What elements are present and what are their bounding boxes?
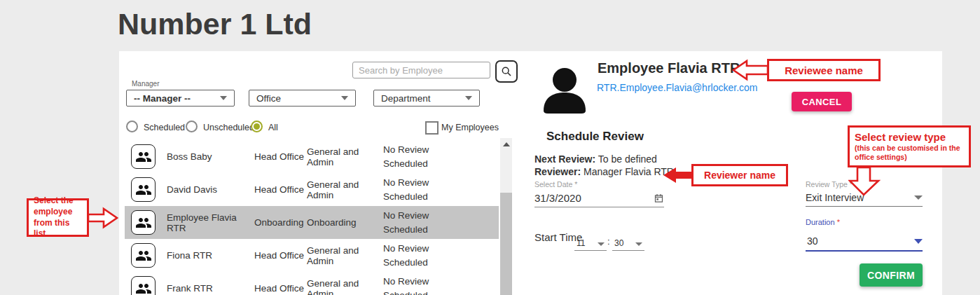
duration-label: Duration * <box>806 218 840 226</box>
select-date-field[interactable]: 31/3/2020 <box>534 189 664 207</box>
employee-icon-box <box>131 210 156 235</box>
radio-scheduled-label: Scheduled <box>144 123 185 132</box>
radio-all[interactable] <box>251 121 263 132</box>
select-date-label: Select Date * <box>534 180 577 188</box>
annotation-arrow-right-icon <box>88 207 118 229</box>
employee-row[interactable]: David Davis Head Office General and Admi… <box>125 173 499 207</box>
department-dropdown[interactable]: Department <box>373 90 480 107</box>
page: { "page": { "title": "Number 1 Ltd" }, "… <box>0 0 980 295</box>
review-type-label: Review Type * <box>806 180 853 188</box>
employee-row[interactable]: Frank RTR Head Office General and Admin … <box>125 272 499 295</box>
employee-icon-box <box>131 276 156 295</box>
schedule-review-title: Schedule Review <box>546 130 644 144</box>
manager-dropdown-value: -- Manager -- <box>134 93 191 104</box>
employee-office: Head Office <box>254 140 305 173</box>
office-dropdown[interactable]: Office <box>249 90 356 107</box>
group-icon <box>135 214 152 231</box>
employee-department: General and Admin <box>307 272 382 295</box>
main-panel: Manager -- Manager -- Office Department … <box>119 51 942 295</box>
reviewer-label: Reviewer: <box>534 166 581 177</box>
group-icon <box>135 181 152 198</box>
chevron-down-icon <box>914 239 923 244</box>
employee-department: General and Admin <box>307 173 382 206</box>
annotation-select-review-type: Select review type (this can be customis… <box>848 125 971 167</box>
start-hour-value: 11 <box>574 238 586 250</box>
reviewee-name-heading: Employee Flavia RTR <box>598 60 740 76</box>
start-minute-value: 30 <box>612 238 625 250</box>
search-button[interactable] <box>495 60 518 83</box>
group-icon <box>135 280 152 295</box>
employee-name: Frank RTR <box>167 272 252 295</box>
review-type-select[interactable]: Exit Interview <box>806 188 923 207</box>
employee-review-status: No Review Scheduled <box>383 272 448 295</box>
manager-dropdown[interactable]: -- Manager -- <box>126 90 235 107</box>
chevron-down-icon <box>465 96 472 100</box>
radio-scheduled[interactable] <box>126 121 138 132</box>
employee-review-status: No Review Scheduled <box>383 140 448 173</box>
confirm-button[interactable]: CONFIRM <box>860 263 923 287</box>
group-icon <box>135 247 152 264</box>
employee-icon-box <box>131 243 156 268</box>
employee-review-status: No Review Scheduled <box>383 239 448 272</box>
reviewer-value: Manager Flavia RTR <box>584 166 674 177</box>
group-icon <box>135 149 152 165</box>
employee-office: Onboarding <box>254 206 305 239</box>
office-dropdown-value: Office <box>256 93 281 104</box>
time-separator: : <box>607 236 610 247</box>
employee-office: Head Office <box>254 239 305 272</box>
duration-value: 30 <box>806 235 818 247</box>
annotation-title: Select review type <box>855 131 946 144</box>
chevron-down-icon <box>598 242 605 246</box>
annotation-reviewee-name: Reviewee name <box>767 59 881 81</box>
employee-name: Boss Baby <box>167 140 252 173</box>
next-review-line: Next Review: To be defined <box>534 153 657 165</box>
chevron-down-icon <box>635 242 642 246</box>
my-employees-checkbox[interactable] <box>425 121 439 135</box>
select-date-value: 31/3/2020 <box>534 192 581 204</box>
employee-name: David Davis <box>167 173 252 206</box>
scrollbar-up-button[interactable] <box>500 138 512 151</box>
radio-unscheduled-label: Unscheduled <box>203 123 254 132</box>
next-review-value: To be defined <box>598 153 657 165</box>
scrollbar-thumb[interactable] <box>500 193 512 295</box>
duration-select[interactable]: 30 <box>806 232 923 252</box>
chevron-down-icon <box>914 195 923 200</box>
reviewer-line: Reviewer: Manager Flavia RTR <box>534 166 674 177</box>
cancel-button[interactable]: CANCEL <box>792 92 852 111</box>
employee-row[interactable]: Fiona RTR Head Office General and Admin … <box>125 239 499 273</box>
required-asterisk: * <box>837 218 840 226</box>
chevron-down-icon <box>220 96 227 100</box>
employee-department: General and Admin <box>307 239 382 272</box>
triangle-up-icon <box>503 142 510 146</box>
review-type-value: Exit Interview <box>806 192 864 203</box>
employee-review-status: No Review Scheduled <box>383 206 448 239</box>
radio-unscheduled[interactable] <box>186 121 198 132</box>
employee-row-selected[interactable]: Employee Flavia RTR Onboarding Onboardin… <box>125 206 499 240</box>
start-minute-select[interactable]: 30 <box>612 235 644 251</box>
manager-float-label: Manager <box>132 80 159 88</box>
employee-icon-box <box>131 144 156 169</box>
start-hour-select[interactable]: 11 <box>574 235 607 251</box>
my-employees-label: My Employees <box>441 123 499 132</box>
employee-office: Head Office <box>254 272 305 295</box>
employee-name: Employee Flavia RTR <box>167 206 252 239</box>
radio-all-label: All <box>268 123 278 132</box>
annotation-subtitle: (this can be customised in the office se… <box>855 144 964 162</box>
employee-review-status: No Review Scheduled <box>383 173 448 206</box>
calendar-icon[interactable] <box>654 193 664 203</box>
chevron-down-icon <box>341 96 348 100</box>
search-icon <box>501 66 512 77</box>
annotation-select-employee: Select the employee from this list <box>27 198 89 237</box>
annotation-reviewer-name: Reviewer name <box>691 164 788 186</box>
employee-office: Head Office <box>254 173 305 206</box>
employee-department: Onboarding <box>307 206 382 239</box>
page-title: Number 1 Ltd <box>118 7 312 41</box>
employee-icon-box <box>131 177 156 202</box>
search-input[interactable] <box>352 62 490 78</box>
department-dropdown-value: Department <box>381 93 431 104</box>
reviewee-email-link[interactable]: RTR.Employee.Flavia@hrlocker.com <box>597 82 757 93</box>
employee-row[interactable]: Boss Baby Head Office General and Admin … <box>125 140 499 174</box>
employee-department: General and Admin <box>307 140 382 173</box>
next-review-label: Next Review: <box>534 153 595 165</box>
employee-name: Fiona RTR <box>167 239 252 272</box>
